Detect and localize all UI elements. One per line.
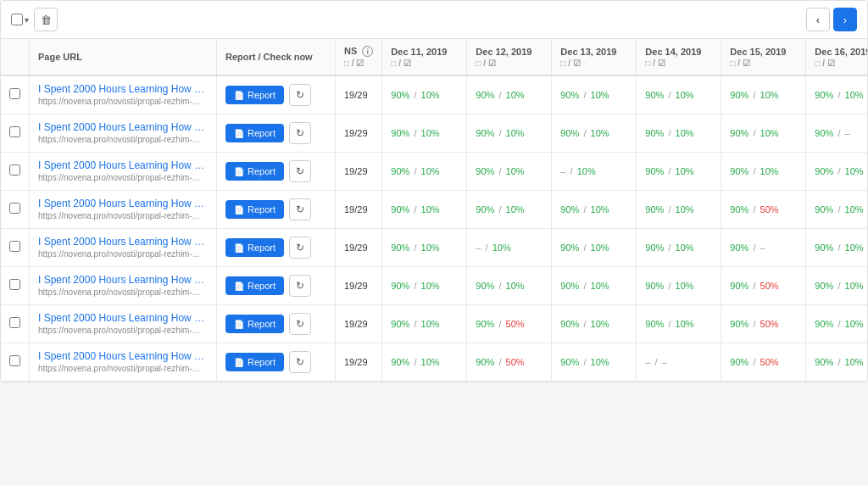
date-sep: / xyxy=(411,281,419,291)
row-url-cell: I Spent 2000 Hours Learning How To...htt… xyxy=(30,229,217,267)
date-val2: 10% xyxy=(676,204,694,215)
date-val2: 10% xyxy=(506,90,525,100)
row-ns-cell: 19/29 xyxy=(336,114,382,153)
date-sep: / xyxy=(411,166,419,176)
refresh-button[interactable]: ↻ xyxy=(289,122,311,144)
date-sep: / xyxy=(496,319,504,329)
select-all-checkbox[interactable] xyxy=(11,14,23,25)
ns-value: 19/29 xyxy=(344,166,368,176)
date-cell-0: 90% / 10% xyxy=(382,153,467,191)
table-row: I Spent 2000 Hours Learning How To...htt… xyxy=(1,343,867,382)
date-cell-5: 90% / 10% xyxy=(806,267,867,305)
refresh-button[interactable]: ↻ xyxy=(289,160,311,182)
report-button[interactable]: 📄 Report xyxy=(225,276,284,295)
date-val2: 10% xyxy=(421,357,440,367)
date-val1: – xyxy=(645,357,650,367)
page-url-sub: https://novena.pro/novosti/propal-rezhim… xyxy=(38,364,199,373)
refresh-button[interactable]: ↻ xyxy=(289,237,311,259)
page-title-link[interactable]: I Spent 2000 Hours Learning How To... xyxy=(38,121,208,133)
refresh-button[interactable]: ↻ xyxy=(289,84,311,106)
th-dec12: Dec 12, 2019 □ / ☑ xyxy=(467,39,552,75)
date-sep: / xyxy=(835,166,843,176)
report-button[interactable]: 📄 Report xyxy=(225,162,284,181)
date-val2: 10% xyxy=(760,90,779,100)
report-button[interactable]: 📄 Report xyxy=(225,124,284,142)
page-title-link[interactable]: I Spent 2000 Hours Learning How To... xyxy=(38,198,208,209)
date-val1: 90% xyxy=(391,242,409,253)
report-button[interactable]: 📄 Report xyxy=(225,238,284,257)
refresh-button[interactable]: ↻ xyxy=(289,275,311,297)
nav-next-button[interactable]: › xyxy=(833,8,857,31)
date-val1: 90% xyxy=(391,90,409,100)
row-checkbox[interactable] xyxy=(9,203,20,214)
date-sep: / xyxy=(835,128,843,138)
date-cell-5: 90% / – xyxy=(806,114,867,153)
row-checkbox[interactable] xyxy=(9,164,20,176)
date-val2: 10% xyxy=(676,128,694,138)
row-checkbox[interactable] xyxy=(9,126,20,137)
report-button[interactable]: 📄 Report xyxy=(225,315,284,333)
page-url-sub: https://novena.pro/novosti/propal-rezhim… xyxy=(38,173,199,182)
table-row: I Spent 2000 Hours Learning How To...htt… xyxy=(1,229,867,267)
date-val2: 10% xyxy=(591,242,609,253)
date-sep: / xyxy=(750,242,758,253)
refresh-button[interactable]: ↻ xyxy=(289,313,311,335)
date-cell-3: 90% / 10% xyxy=(637,191,721,229)
date-cell-5: 90% / 10% xyxy=(806,153,867,191)
page-url-sub: https://novena.pro/novosti/propal-rezhim… xyxy=(38,135,199,144)
page-title-link[interactable]: I Spent 2000 Hours Learning How To... xyxy=(38,83,208,95)
date-val1: 90% xyxy=(560,357,579,367)
date-val2: 10% xyxy=(421,90,440,100)
date-sep: / xyxy=(496,204,504,215)
row-checkbox[interactable] xyxy=(9,317,20,328)
date-val1: 90% xyxy=(560,242,579,253)
nav-prev-button[interactable]: ‹ xyxy=(806,8,830,31)
report-button[interactable]: 📄 Report xyxy=(225,353,284,371)
row-report-cell: 📄 Report↻ xyxy=(217,114,336,153)
date-val2: 10% xyxy=(760,166,779,176)
date-val1: 90% xyxy=(730,166,748,176)
ns-value: 19/29 xyxy=(344,242,368,253)
row-checkbox[interactable] xyxy=(9,241,20,252)
page-title-link[interactable]: I Spent 2000 Hours Learning How To... xyxy=(38,350,208,362)
row-report-cell: 📄 Report↻ xyxy=(217,229,336,267)
date-cell-4: 90% / 10% xyxy=(721,114,806,153)
row-report-cell: 📄 Report↻ xyxy=(217,343,336,382)
date-val2: 10% xyxy=(577,166,596,176)
row-ns-cell: 19/29 xyxy=(336,305,382,343)
report-button[interactable]: 📄 Report xyxy=(225,200,284,219)
date-val2: 50% xyxy=(506,357,525,367)
date-val2: 10% xyxy=(421,128,440,138)
date-sep: / xyxy=(411,319,419,329)
date-val1: 90% xyxy=(730,90,748,100)
row-checkbox[interactable] xyxy=(9,355,20,366)
date-val2: – xyxy=(662,357,667,367)
date-sep: / xyxy=(750,204,758,215)
date-sep: / xyxy=(665,128,673,138)
refresh-button[interactable]: ↻ xyxy=(289,198,311,220)
ns-info-icon[interactable]: i xyxy=(362,46,373,57)
toolbar: ▾ 🗑 ‹ › xyxy=(1,1,867,39)
page-url-sub: https://novena.pro/novosti/propal-rezhim… xyxy=(38,211,199,220)
date-val2: 10% xyxy=(506,281,525,291)
date-sep: / xyxy=(835,90,843,100)
delete-button[interactable]: 🗑 xyxy=(34,8,58,31)
date-val1: 90% xyxy=(476,281,494,291)
page-title-link[interactable]: I Spent 2000 Hours Learning How To... xyxy=(38,312,208,324)
row-checkbox[interactable] xyxy=(9,279,20,290)
date-cell-3: 90% / 10% xyxy=(637,229,721,267)
th-report: Report / Check now xyxy=(217,39,336,75)
page-title-link[interactable]: I Spent 2000 Hours Learning How To... xyxy=(38,236,208,248)
date-sep: / xyxy=(581,242,588,253)
date-val1: 90% xyxy=(645,319,664,329)
date-cell-0: 90% / 10% xyxy=(382,114,467,153)
date-cell-2: – / 10% xyxy=(552,153,637,191)
date-val1: 90% xyxy=(815,90,833,100)
date-val1: 90% xyxy=(391,357,409,367)
page-title-link[interactable]: I Spent 2000 Hours Learning How To... xyxy=(38,274,208,286)
select-dropdown-chevron[interactable]: ▾ xyxy=(25,15,29,25)
row-checkbox[interactable] xyxy=(9,88,20,99)
page-title-link[interactable]: I Spent 2000 Hours Learning How To... xyxy=(38,159,208,171)
report-button[interactable]: 📄 Report xyxy=(225,86,284,104)
refresh-button[interactable]: ↻ xyxy=(289,351,311,373)
